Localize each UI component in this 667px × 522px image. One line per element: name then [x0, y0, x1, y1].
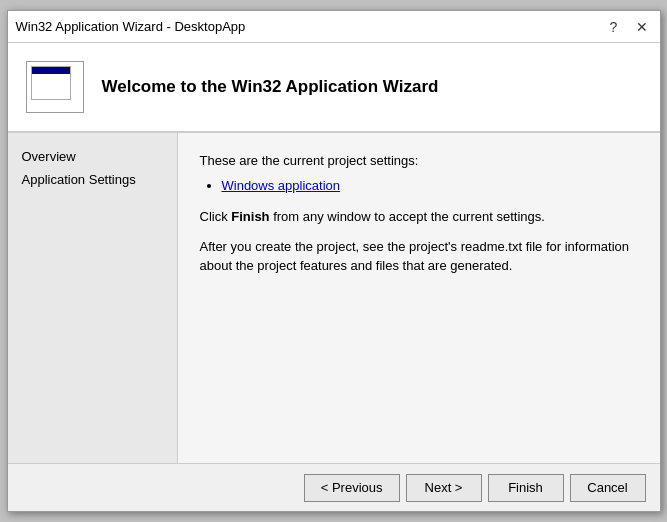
sidebar: Overview Application Settings: [8, 133, 178, 463]
sidebar-item-overview[interactable]: Overview: [8, 145, 177, 168]
window-title: Win32 Application Wizard - DesktopApp: [16, 19, 246, 34]
wizard-icon: [26, 61, 84, 113]
sidebar-item-application-settings[interactable]: Application Settings: [8, 168, 177, 191]
list-item: Windows application: [222, 178, 638, 193]
previous-button[interactable]: < Previous: [304, 474, 400, 502]
title-bar: Win32 Application Wizard - DesktopApp ? …: [8, 11, 660, 43]
next-button[interactable]: Next >: [406, 474, 482, 502]
main-content: Overview Application Settings These are …: [8, 133, 660, 463]
content-area: These are the current project settings: …: [178, 133, 660, 463]
finish-bold: Finish: [231, 209, 269, 224]
cancel-button[interactable]: Cancel: [570, 474, 646, 502]
finish-text: Click Finish from any window to accept t…: [200, 207, 638, 227]
title-bar-left: Win32 Application Wizard - DesktopApp: [16, 19, 246, 34]
close-button[interactable]: ✕: [632, 17, 652, 37]
footer: < Previous Next > Finish Cancel: [8, 463, 660, 511]
wizard-icon-inner: [31, 66, 71, 100]
help-button[interactable]: ?: [604, 17, 624, 37]
header-section: Welcome to the Win32 Application Wizard: [8, 43, 660, 133]
bullet-list: Windows application: [222, 178, 638, 193]
content-intro: These are the current project settings:: [200, 153, 638, 168]
content-info: After you create the project, see the pr…: [200, 237, 638, 276]
finish-button[interactable]: Finish: [488, 474, 564, 502]
header-title: Welcome to the Win32 Application Wizard: [102, 77, 439, 97]
title-bar-controls: ? ✕: [604, 17, 652, 37]
wizard-icon-titlebar: [32, 67, 70, 74]
windows-application-link[interactable]: Windows application: [222, 178, 341, 193]
wizard-window: Win32 Application Wizard - DesktopApp ? …: [7, 10, 661, 512]
